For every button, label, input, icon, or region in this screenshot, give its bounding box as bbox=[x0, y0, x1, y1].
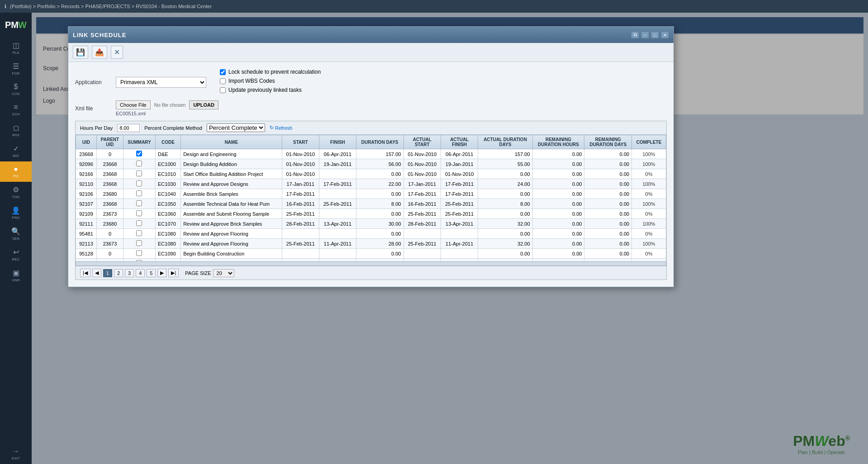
col-uid: UID bbox=[76, 135, 97, 149]
sidebar-item-unr[interactable]: ▣ UNR bbox=[0, 265, 32, 286]
sidebar-item-ass[interactable]: ◻ ASS bbox=[0, 120, 32, 141]
pagination: |◀ ◀ 1 2 3 4 5 ▶ ▶| PAGE SIZE 10 bbox=[76, 266, 666, 279]
checkbox-section: Lock schedule to prevent recalculation I… bbox=[220, 69, 321, 96]
sidebar-item-rec[interactable]: ↩ REC bbox=[0, 244, 32, 265]
next-page-button[interactable]: ▶ bbox=[157, 269, 166, 277]
modal-title-bar: LINK SCHEDULE ⧉ ─ □ ✕ bbox=[68, 27, 674, 43]
modal-restore-button[interactable]: ⧉ bbox=[631, 31, 639, 38]
sidebar-logo: PM W bbox=[2, 15, 29, 35]
first-page-button[interactable]: |◀ bbox=[80, 269, 90, 277]
update-tasks-checkbox[interactable] bbox=[220, 87, 226, 93]
cos-icon: $ bbox=[14, 83, 18, 91]
page-5-button[interactable]: 5 bbox=[147, 269, 156, 277]
table-row: 9211123680EC1070Review and Approve Brick… bbox=[76, 219, 666, 229]
table-row: 9211023668EC1030Review and Approve Desig… bbox=[76, 179, 666, 189]
sidebar-item-exit[interactable]: → EXIT bbox=[0, 444, 32, 464]
col-parent-uid: PARENTUID bbox=[96, 135, 123, 149]
sea-icon: 🔍 bbox=[11, 227, 20, 236]
save-button[interactable]: 💾 bbox=[73, 46, 88, 59]
schedule-section: Hours Per Day Percent Complete Method Pe… bbox=[75, 121, 667, 280]
sidebar-item-sch[interactable]: ≡ SCH bbox=[0, 99, 32, 120]
export-button[interactable]: 📤 bbox=[92, 46, 107, 59]
choose-file-button[interactable]: Choose File bbox=[116, 100, 151, 109]
sidebar-item-pla[interactable]: ◫ PLA bbox=[0, 38, 32, 58]
modal-title-controls: ⧉ ─ □ ✕ bbox=[631, 31, 669, 38]
table-row: 9209623668EC1000Design Building Addition… bbox=[76, 159, 666, 169]
schedule-table: UID PARENTUID SUMMARY CODE NAME START FI… bbox=[76, 135, 666, 261]
table-row: 9211323673EC1080Review and Approve Floor… bbox=[76, 239, 666, 249]
col-summary: SUMMARY bbox=[123, 135, 155, 149]
percent-complete-label: Percent Complete Method bbox=[144, 125, 202, 131]
schedule-toolbar: Hours Per Day Percent Complete Method Pe… bbox=[76, 121, 666, 135]
sidebar-item-for[interactable]: ☰ FOR bbox=[0, 58, 32, 79]
application-label: Application bbox=[75, 79, 116, 85]
col-actual-finish: ACTUALFINISH bbox=[441, 135, 478, 149]
info-icon: ℹ bbox=[5, 4, 6, 9]
sidebar-item-pro[interactable]: 👤 PRO bbox=[0, 203, 32, 223]
update-tasks-label: Update previously linked tasks bbox=[228, 87, 302, 93]
svg-text:W: W bbox=[18, 20, 27, 30]
page-size-label: PAGE SIZE bbox=[185, 270, 211, 276]
svg-text:PM: PM bbox=[5, 20, 19, 30]
col-start: START bbox=[282, 135, 319, 149]
sch-icon: ≡ bbox=[14, 103, 18, 111]
sidebar-item-po[interactable]: ● PO bbox=[0, 161, 32, 182]
modal-minimize-button[interactable]: ─ bbox=[641, 31, 649, 38]
percent-complete-select[interactable]: Percent Complete Duration Units bbox=[207, 123, 265, 132]
sidebar-item-wo[interactable]: ✓ WO bbox=[0, 141, 32, 161]
page-1-button[interactable]: 1 bbox=[103, 269, 112, 277]
sidebar: PM W ◫ PLA ☰ FOR $ COS ≡ SCH ◻ ASS ✓ WO bbox=[0, 13, 32, 464]
application-control: Primavera XML MS Project Primavera P6 bbox=[116, 77, 206, 88]
schedule-table-wrapper[interactable]: UID PARENTUID SUMMARY CODE NAME START FI… bbox=[76, 135, 666, 261]
page-2-button[interactable]: 2 bbox=[114, 269, 123, 277]
col-complete: COMPLETE bbox=[632, 135, 666, 149]
table-row: 954810EC1080Review and Approve Flooring0… bbox=[76, 229, 666, 239]
col-name: NAME bbox=[181, 135, 282, 149]
no-file-text: No file chosen bbox=[154, 102, 186, 108]
col-remaining-duration-days: REMAININGDURATION DAYS bbox=[584, 135, 632, 149]
sidebar-item-cos[interactable]: $ COS bbox=[0, 79, 32, 99]
modal-body: Application Primavera XML MS Project Pri… bbox=[68, 62, 674, 287]
modal-close-button[interactable]: ✕ bbox=[661, 31, 669, 38]
col-duration-days: DURATION DAYS bbox=[356, 135, 403, 149]
content-area: Percent Complete 0% Scope bbox=[32, 13, 868, 464]
modal-maximize-button[interactable]: □ bbox=[651, 31, 659, 38]
file-input-row: Choose File No file chosen UPLOAD bbox=[116, 100, 218, 109]
col-remaining-duration-hours: REMAININGDURATION HOURS bbox=[532, 135, 584, 149]
pro-icon: 👤 bbox=[11, 206, 20, 215]
table-row: 951280EC1090Begin Building Construction0… bbox=[76, 249, 666, 259]
update-tasks-row: Update previously linked tasks bbox=[220, 87, 321, 93]
prev-page-button[interactable]: ◀ bbox=[92, 269, 101, 277]
too-icon: ⚙ bbox=[13, 185, 19, 194]
modal-toolbar: 💾 📤 ✕ bbox=[68, 43, 674, 62]
sidebar-item-sea[interactable]: 🔍 SEA bbox=[0, 223, 32, 244]
refresh-button[interactable]: ↻ Refresh bbox=[270, 125, 293, 131]
lock-schedule-checkbox[interactable] bbox=[220, 69, 226, 75]
import-wbs-row: Import WBS Codes bbox=[220, 78, 321, 84]
hours-per-day-input[interactable] bbox=[117, 124, 140, 132]
top-bar: ℹ (Portfolio) > Portfolio > Records > PH… bbox=[0, 0, 868, 13]
page-3-button[interactable]: 3 bbox=[125, 269, 134, 277]
ass-icon: ◻ bbox=[13, 123, 19, 132]
lock-schedule-label: Lock schedule to prevent recalculation bbox=[228, 69, 321, 75]
lock-schedule-row: Lock schedule to prevent recalculation bbox=[220, 69, 321, 75]
wo-icon: ✓ bbox=[13, 144, 19, 153]
horizontal-scrollbar[interactable] bbox=[76, 261, 666, 266]
unr-icon: ▣ bbox=[13, 269, 19, 277]
refresh-icon: ↻ bbox=[270, 125, 274, 131]
po-icon: ● bbox=[14, 165, 18, 173]
page-size-select[interactable]: 10 20 50 100 bbox=[213, 269, 234, 277]
col-actual-start: ACTUALSTART bbox=[403, 135, 441, 149]
last-page-button[interactable]: ▶| bbox=[168, 269, 179, 277]
application-select[interactable]: Primavera XML MS Project Primavera P6 bbox=[116, 77, 206, 88]
cancel-button[interactable]: ✕ bbox=[111, 46, 123, 59]
xml-file-label: Xml file bbox=[75, 105, 116, 112]
breadcrumb: (Portfolio) > Portfolio > Records > PHAS… bbox=[10, 4, 212, 9]
col-finish: FINISH bbox=[319, 135, 356, 149]
import-wbs-checkbox[interactable] bbox=[220, 78, 226, 84]
modal-overlay: LINK SCHEDULE ⧉ ─ □ ✕ 💾 📤 ✕ bbox=[32, 13, 868, 464]
sidebar-item-too[interactable]: ⚙ TOO bbox=[0, 182, 32, 203]
table-row: 9216623668EC1010Start Office Building Ad… bbox=[76, 169, 666, 179]
upload-button[interactable]: UPLOAD bbox=[189, 100, 218, 109]
page-4-button[interactable]: 4 bbox=[136, 269, 145, 277]
